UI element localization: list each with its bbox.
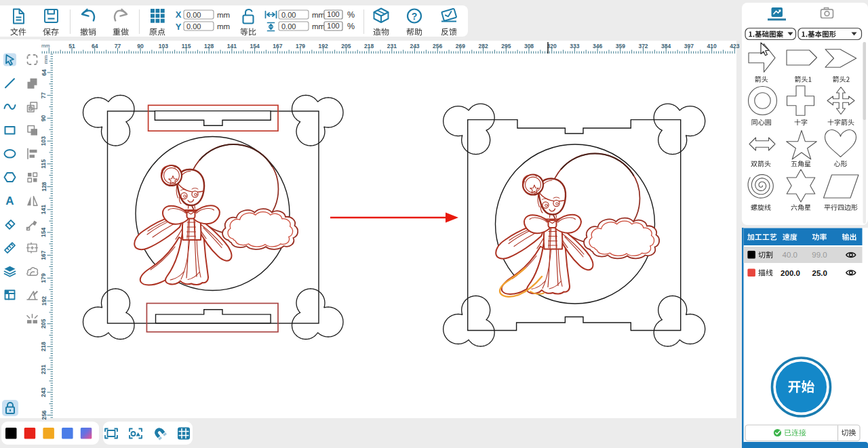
svg-text:205: 205 [341,43,351,49]
svg-text:231: 231 [41,365,47,374]
svg-text:100: 100 [327,10,339,18]
svg-text:141: 141 [41,205,47,214]
svg-text:A: A [5,195,14,207]
svg-text:295: 295 [501,43,511,49]
svg-text:40.0: 40.0 [783,251,797,259]
svg-text:103: 103 [41,136,47,146]
svg-text:128: 128 [204,43,214,49]
svg-text:100: 100 [327,22,339,30]
svg-text:0.00: 0.00 [281,22,296,30]
svg-text:0.00: 0.00 [281,11,296,19]
svg-text:103: 103 [159,43,168,49]
svg-text:243: 243 [41,387,47,396]
svg-text:346: 346 [593,43,602,49]
svg-text:X: X [176,9,182,20]
svg-text:192: 192 [41,296,47,306]
svg-text:128: 128 [41,182,47,191]
svg-text:154: 154 [250,43,260,49]
svg-text:115: 115 [182,43,191,49]
svg-text:423: 423 [730,43,739,49]
svg-text:mm: mm [217,11,230,19]
svg-text:77: 77 [41,92,47,99]
svg-text:mm: mm [312,11,325,19]
svg-text:Y: Y [176,22,182,32]
svg-text:mm: mm [217,22,230,30]
svg-text:256: 256 [433,43,442,49]
svg-text:77: 77 [115,43,121,49]
svg-text:%: % [347,10,355,20]
svg-text:25.0: 25.0 [812,269,827,277]
svg-text:90: 90 [137,43,144,49]
svg-text:410: 410 [707,43,717,49]
svg-text:231: 231 [387,43,397,49]
svg-text:mm: mm [43,56,49,64]
svg-text:205: 205 [41,319,47,328]
svg-text:243: 243 [410,43,419,49]
svg-text:372: 372 [638,43,648,49]
svg-text:64: 64 [41,69,47,76]
svg-text:?: ? [412,11,418,22]
svg-text:167: 167 [273,43,282,49]
svg-text:141: 141 [227,43,237,49]
svg-text:64: 64 [92,43,98,49]
svg-text:218: 218 [364,43,374,49]
svg-text:154: 154 [41,228,47,237]
svg-text:99.0: 99.0 [812,251,827,259]
svg-text:218: 218 [41,342,47,351]
svg-text:179: 179 [41,273,47,283]
svg-text:308: 308 [524,43,534,49]
svg-text:333: 333 [570,43,579,49]
svg-text:359: 359 [616,43,625,49]
svg-text:397: 397 [684,43,694,49]
svg-text:mm: mm [41,43,50,49]
svg-text:90: 90 [41,115,47,121]
svg-text:200.0: 200.0 [781,269,800,277]
svg-text:mm: mm [312,22,325,30]
svg-text:115: 115 [41,159,47,169]
svg-text:192: 192 [319,43,328,49]
svg-text:384: 384 [661,43,671,49]
svg-text:0.00: 0.00 [186,22,201,30]
svg-text:51: 51 [68,43,75,49]
svg-text:179: 179 [296,43,305,49]
svg-text:256: 256 [41,410,47,420]
svg-text:0.00: 0.00 [186,11,201,19]
svg-text:282: 282 [479,43,488,49]
svg-text:167: 167 [41,250,47,260]
svg-text:269: 269 [456,43,465,49]
svg-text:%: % [347,22,355,31]
